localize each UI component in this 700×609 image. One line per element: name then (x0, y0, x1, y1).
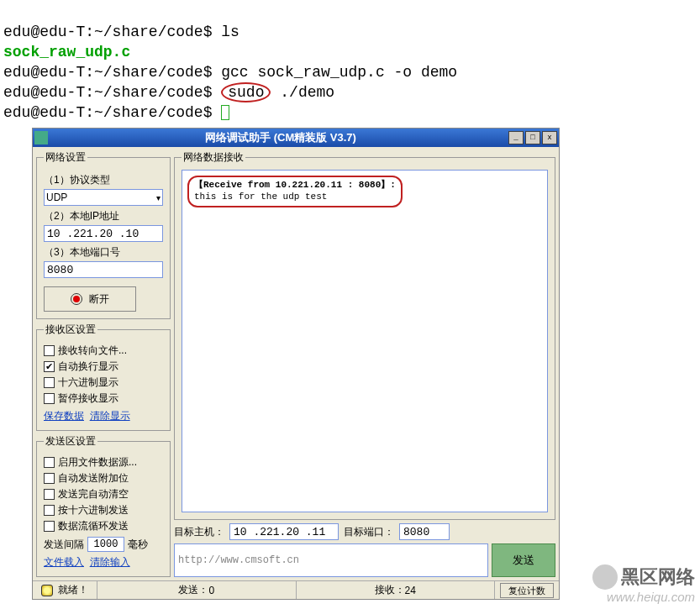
reset-counter-button[interactable]: 复位计数 (500, 583, 554, 598)
prompt: edu@edu-T:~/share/code$ (3, 104, 212, 121)
receive-settings-group: 接收区设置 接收转向文件... ✔自动换行显示 十六进制显示 暂停接收显示 保存… (36, 323, 171, 431)
titlebar[interactable]: 网络调试助手 (CM精装版 V3.7) _ □ x (33, 129, 559, 147)
clear-display-link[interactable]: 清除显示 (90, 410, 130, 422)
send-settings-group: 发送区设置 启用文件数据源... 自动发送附加位 发送完自动清空 按十六进制发送… (36, 434, 171, 577)
cursor-icon (221, 105, 229, 120)
target-host-input[interactable] (229, 523, 339, 540)
receive-settings-legend: 接收区设置 (44, 323, 97, 337)
target-port-label: 目标端口： (344, 525, 394, 539)
prompt: edu@edu-T:~/share/code$ (3, 64, 212, 81)
close-button[interactable]: x (542, 131, 557, 144)
local-port-label: （3）本地端口号 (44, 245, 163, 260)
app-icon (34, 131, 48, 144)
pause-label: 暂停接收显示 (58, 391, 118, 406)
protocol-value: UDP (46, 192, 67, 203)
auto-clear-label: 发送完自动清空 (58, 487, 129, 501)
send-input[interactable] (174, 543, 488, 577)
recv-line1: 【Receive from 10.221.20.11 : 8080】: (194, 180, 396, 190)
cmd-ls: ls (221, 24, 239, 40)
checkbox-loop-send[interactable] (44, 521, 55, 532)
protocol-label: （1）协议类型 (44, 173, 163, 187)
network-settings-group: 网络设置 （1）协议类型 UDP （2）本地IP地址 （3）本地端口号 断开 (36, 150, 171, 319)
loop-send-label: 数据流循环发送 (58, 519, 129, 533)
hex-label: 十六进制显示 (58, 375, 118, 390)
send-button-label: 发送 (513, 553, 534, 568)
app-window: 网络调试助手 (CM精装版 V3.7) _ □ x 网络设置 （1）协议类型 U… (32, 128, 560, 600)
interval-unit: 毫秒 (128, 538, 148, 552)
target-port-input[interactable] (399, 523, 450, 540)
sudo-highlight: sudo (221, 82, 271, 102)
checkbox-auto-clear[interactable] (44, 489, 55, 500)
disconnect-label: 断开 (89, 292, 109, 307)
checkbox-to-file[interactable] (44, 345, 55, 356)
to-file-label: 接收转向文件... (58, 344, 127, 358)
recv-line2: this is for the udp test (194, 192, 327, 202)
checkbox-file-src[interactable] (44, 457, 55, 468)
checkbox-pause[interactable] (44, 393, 55, 404)
interval-label: 发送间隔 (44, 538, 84, 552)
cmd-demo: ./demo (280, 84, 334, 101)
cmd-gcc: gcc sock_raw_udp.c -o demo (221, 64, 457, 81)
send-button[interactable]: 发送 (492, 543, 555, 577)
auto-append-label: 自动发送附加位 (58, 471, 129, 486)
hex-send-label: 按十六进制发送 (58, 503, 129, 517)
send-settings-legend: 发送区设置 (44, 434, 97, 449)
network-settings-legend: 网络设置 (44, 150, 87, 165)
disconnect-button[interactable]: 断开 (44, 286, 136, 312)
sent-value: 0 (208, 585, 214, 596)
file-src-label: 启用文件数据源... (58, 455, 137, 470)
local-ip-input[interactable] (44, 225, 163, 242)
recv-label: 接收： (375, 583, 405, 597)
watermark-title: 黑区网络 (621, 564, 695, 590)
save-data-link[interactable]: 保存数据 (44, 410, 84, 422)
file-load-link[interactable]: 文件载入 (44, 556, 84, 568)
statusbar: 就绪！ 发送： 0 接收： 24 复位计数 (33, 580, 559, 599)
protocol-dropdown[interactable]: UDP (44, 189, 163, 206)
sidebar: 网络设置 （1）协议类型 UDP （2）本地IP地址 （3）本地端口号 断开 接… (33, 147, 174, 580)
receive-highlight: 【Receive from 10.221.20.11 : 8080】: this… (187, 176, 403, 207)
checkbox-auto-wrap[interactable]: ✔ (44, 361, 55, 372)
minimize-button[interactable]: _ (508, 131, 524, 144)
status-ready: 就绪！ (58, 583, 88, 597)
auto-wrap-label: 自动换行显示 (58, 360, 118, 374)
target-host-label: 目标主机： (174, 525, 224, 539)
status-icon (41, 585, 53, 596)
file-name: sock_raw_udp.c (3, 44, 130, 60)
receive-panel-legend: 网络数据接收 (182, 150, 245, 165)
receive-panel: 网络数据接收 【Receive from 10.221.20.11 : 8080… (174, 150, 555, 520)
watermark: 黑区网络 www.heiqu.com (592, 564, 695, 604)
receive-textarea[interactable]: 【Receive from 10.221.20.11 : 8080】: this… (182, 170, 548, 512)
clear-input-link[interactable]: 清除输入 (90, 556, 130, 568)
send-row: 发送 (174, 543, 555, 580)
watermark-logo-icon (592, 564, 618, 590)
checkbox-hex-send[interactable] (44, 505, 55, 516)
recv-value: 24 (405, 585, 416, 596)
sent-label: 发送： (178, 583, 208, 597)
watermark-url: www.heiqu.com (592, 590, 695, 604)
local-ip-label: （2）本地IP地址 (44, 209, 163, 223)
prompt: edu@edu-T:~/share/code$ (3, 24, 212, 40)
maximize-button[interactable]: □ (525, 131, 540, 144)
prompt: edu@edu-T:~/share/code$ (3, 84, 212, 101)
main-area: 网络数据接收 【Receive from 10.221.20.11 : 8080… (174, 147, 559, 580)
checkbox-hex[interactable] (44, 377, 55, 388)
checkbox-auto-append[interactable] (44, 473, 55, 484)
local-port-input[interactable] (44, 261, 163, 278)
window-title: 网络调试助手 (CM精装版 V3.7) (53, 130, 508, 145)
record-icon (71, 293, 82, 305)
terminal: edu@edu-T:~/share/code$ ls sock_raw_udp.… (0, 0, 700, 124)
interval-input[interactable] (87, 537, 124, 552)
target-row: 目标主机： 目标端口： (174, 520, 555, 543)
